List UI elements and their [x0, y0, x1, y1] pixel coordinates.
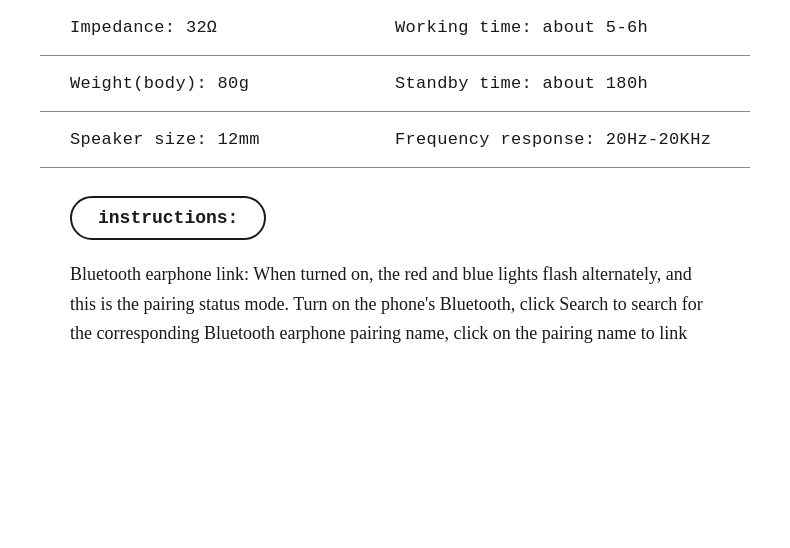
spec-label-weight: Weight(body): 80g [70, 74, 249, 93]
spec-right-working-time: Working time: about 5-6h [395, 18, 720, 37]
instructions-button[interactable]: instructions: [70, 196, 266, 240]
spec-label-frequency: Frequency response: 20Hz-20KHz [395, 130, 711, 149]
specs-table: Impedance: 32Ω Working time: about 5-6h … [40, 0, 750, 168]
spec-label-standby-time: Standby time: about 180h [395, 74, 648, 93]
spec-right-frequency: Frequency response: 20Hz-20KHz [395, 130, 720, 149]
spec-row-speaker: Speaker size: 12mm Frequency response: 2… [40, 112, 750, 168]
spec-label-speaker: Speaker size: 12mm [70, 130, 260, 149]
spec-row-impedance: Impedance: 32Ω Working time: about 5-6h [40, 0, 750, 56]
instructions-button-wrapper: instructions: [40, 168, 750, 260]
spec-left-weight: Weight(body): 80g [70, 74, 395, 93]
spec-row-weight: Weight(body): 80g Standby time: about 18… [40, 56, 750, 112]
instructions-text: Bluetooth earphone link: When turned on,… [40, 260, 750, 349]
page-container: Impedance: 32Ω Working time: about 5-6h … [0, 0, 790, 548]
spec-right-standby-time: Standby time: about 180h [395, 74, 720, 93]
spec-value-working-time: about 5-6h [543, 18, 648, 37]
spec-label-impedance: Impedance: 32Ω [70, 18, 218, 37]
spec-left-speaker: Speaker size: 12mm [70, 130, 395, 149]
spec-label-working-time: Working time: about 5-6h [395, 18, 648, 37]
spec-left-impedance: Impedance: 32Ω [70, 18, 395, 37]
